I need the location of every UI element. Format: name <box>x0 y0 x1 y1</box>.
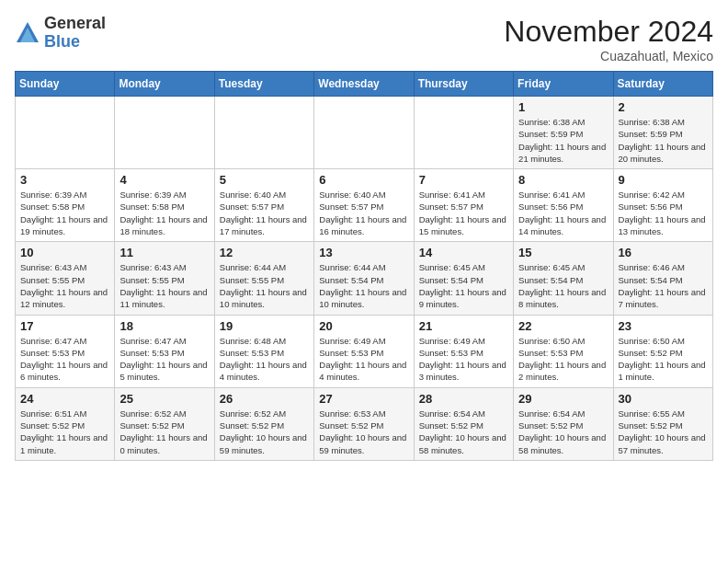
day-info: Sunrise: 6:47 AMSunset: 5:53 PMDaylight:… <box>119 335 209 384</box>
day-info: Sunrise: 6:55 AMSunset: 5:52 PMDaylight:… <box>619 408 708 456</box>
weekday-header-friday: Friday <box>514 72 613 97</box>
day-number: 22 <box>518 319 608 333</box>
calendar-cell: 3Sunrise: 6:39 AMSunset: 5:58 PMDaylight… <box>16 169 115 242</box>
day-number: 12 <box>220 246 309 259</box>
logo-text: General Blue <box>44 15 106 52</box>
day-info: Sunrise: 6:39 AMSunset: 5:58 PMDaylight:… <box>20 189 109 237</box>
day-number: 24 <box>20 392 109 406</box>
day-number: 6 <box>319 173 408 187</box>
day-info: Sunrise: 6:52 AMSunset: 5:52 PMDaylight:… <box>220 408 309 456</box>
day-info: Sunrise: 6:45 AMSunset: 5:54 PMDaylight:… <box>518 261 608 310</box>
day-info: Sunrise: 6:40 AMSunset: 5:57 PMDaylight:… <box>319 189 408 237</box>
week-row-2: 3Sunrise: 6:39 AMSunset: 5:58 PMDaylight… <box>16 169 713 242</box>
day-info: Sunrise: 6:45 AMSunset: 5:54 PMDaylight:… <box>419 261 508 310</box>
calendar-cell <box>414 97 513 169</box>
week-row-4: 17Sunrise: 6:47 AMSunset: 5:53 PMDayligh… <box>16 315 713 387</box>
calendar-cell <box>115 97 214 169</box>
weekday-header-saturday: Saturday <box>613 72 712 97</box>
calendar-cell: 28Sunrise: 6:54 AMSunset: 5:52 PMDayligh… <box>414 387 513 460</box>
calendar-cell: 13Sunrise: 6:44 AMSunset: 5:54 PMDayligh… <box>314 242 414 315</box>
calendar-cell: 24Sunrise: 6:51 AMSunset: 5:52 PMDayligh… <box>16 387 115 460</box>
day-number: 3 <box>20 173 109 187</box>
day-info: Sunrise: 6:44 AMSunset: 5:54 PMDaylight:… <box>319 261 408 310</box>
weekday-header-row: SundayMondayTuesdayWednesdayThursdayFrid… <box>16 72 713 97</box>
day-info: Sunrise: 6:53 AMSunset: 5:52 PMDaylight:… <box>319 408 408 456</box>
day-info: Sunrise: 6:40 AMSunset: 5:57 PMDaylight:… <box>220 189 309 237</box>
day-info: Sunrise: 6:41 AMSunset: 5:57 PMDaylight:… <box>419 189 508 237</box>
calendar-cell: 22Sunrise: 6:50 AMSunset: 5:53 PMDayligh… <box>514 315 613 387</box>
day-number: 23 <box>619 319 708 333</box>
calendar-cell: 20Sunrise: 6:49 AMSunset: 5:53 PMDayligh… <box>314 315 414 387</box>
month-title: November 2024 <box>504 15 713 49</box>
day-number: 26 <box>220 392 309 406</box>
calendar-cell: 18Sunrise: 6:47 AMSunset: 5:53 PMDayligh… <box>115 315 214 387</box>
calendar-cell <box>214 97 313 169</box>
day-info: Sunrise: 6:38 AMSunset: 5:59 PMDaylight:… <box>518 116 608 165</box>
calendar-cell: 30Sunrise: 6:55 AMSunset: 5:52 PMDayligh… <box>613 387 712 460</box>
calendar-cell: 19Sunrise: 6:48 AMSunset: 5:53 PMDayligh… <box>214 315 313 387</box>
day-info: Sunrise: 6:43 AMSunset: 5:55 PMDaylight:… <box>119 261 209 310</box>
calendar-cell: 1Sunrise: 6:38 AMSunset: 5:59 PMDaylight… <box>514 97 613 169</box>
weekday-header-sunday: Sunday <box>16 72 115 97</box>
day-info: Sunrise: 6:46 AMSunset: 5:54 PMDaylight:… <box>619 261 708 310</box>
calendar-cell: 2Sunrise: 6:38 AMSunset: 5:59 PMDaylight… <box>613 97 712 169</box>
day-number: 18 <box>119 319 209 333</box>
calendar-cell: 14Sunrise: 6:45 AMSunset: 5:54 PMDayligh… <box>414 242 513 315</box>
day-number: 13 <box>319 246 408 259</box>
logo-icon <box>15 20 40 46</box>
day-info: Sunrise: 6:49 AMSunset: 5:53 PMDaylight:… <box>419 335 508 384</box>
week-row-3: 10Sunrise: 6:43 AMSunset: 5:55 PMDayligh… <box>16 242 713 315</box>
day-number: 27 <box>319 392 408 406</box>
week-row-1: 1Sunrise: 6:38 AMSunset: 5:59 PMDaylight… <box>16 97 713 169</box>
weekday-header-tuesday: Tuesday <box>214 72 313 97</box>
calendar-cell: 21Sunrise: 6:49 AMSunset: 5:53 PMDayligh… <box>414 315 513 387</box>
day-number: 21 <box>419 319 508 333</box>
day-number: 5 <box>220 173 309 187</box>
day-number: 17 <box>20 319 109 333</box>
day-info: Sunrise: 6:54 AMSunset: 5:52 PMDaylight:… <box>518 408 608 456</box>
day-number: 19 <box>220 319 309 333</box>
day-number: 28 <box>419 392 508 406</box>
calendar-cell: 12Sunrise: 6:44 AMSunset: 5:55 PMDayligh… <box>214 242 313 315</box>
weekday-header-monday: Monday <box>115 72 214 97</box>
calendar-cell: 11Sunrise: 6:43 AMSunset: 5:55 PMDayligh… <box>115 242 214 315</box>
calendar-cell: 6Sunrise: 6:40 AMSunset: 5:57 PMDaylight… <box>314 169 414 242</box>
day-number: 16 <box>619 246 708 259</box>
calendar-cell <box>314 97 414 169</box>
logo: General Blue <box>15 15 106 52</box>
day-info: Sunrise: 6:49 AMSunset: 5:53 PMDaylight:… <box>319 335 408 384</box>
calendar-cell: 26Sunrise: 6:52 AMSunset: 5:52 PMDayligh… <box>214 387 313 460</box>
calendar-cell: 9Sunrise: 6:42 AMSunset: 5:56 PMDaylight… <box>613 169 712 242</box>
calendar-cell: 29Sunrise: 6:54 AMSunset: 5:52 PMDayligh… <box>514 387 613 460</box>
day-info: Sunrise: 6:54 AMSunset: 5:52 PMDaylight:… <box>419 408 508 456</box>
day-info: Sunrise: 6:52 AMSunset: 5:52 PMDaylight:… <box>119 408 209 456</box>
page-header: General Blue November 2024 Cuazahuatl, M… <box>15 15 713 63</box>
day-info: Sunrise: 6:39 AMSunset: 5:58 PMDaylight:… <box>119 189 209 237</box>
calendar-cell: 10Sunrise: 6:43 AMSunset: 5:55 PMDayligh… <box>16 242 115 315</box>
weekday-header-thursday: Thursday <box>414 72 513 97</box>
location: Cuazahuatl, Mexico <box>504 49 713 63</box>
calendar-cell: 4Sunrise: 6:39 AMSunset: 5:58 PMDaylight… <box>115 169 214 242</box>
day-info: Sunrise: 6:41 AMSunset: 5:56 PMDaylight:… <box>518 189 608 237</box>
calendar-cell: 8Sunrise: 6:41 AMSunset: 5:56 PMDaylight… <box>514 169 613 242</box>
calendar-cell: 17Sunrise: 6:47 AMSunset: 5:53 PMDayligh… <box>16 315 115 387</box>
day-number: 4 <box>119 173 209 187</box>
day-number: 30 <box>619 392 708 406</box>
day-info: Sunrise: 6:48 AMSunset: 5:53 PMDaylight:… <box>220 335 309 384</box>
day-number: 25 <box>119 392 209 406</box>
week-row-5: 24Sunrise: 6:51 AMSunset: 5:52 PMDayligh… <box>16 387 713 460</box>
day-info: Sunrise: 6:38 AMSunset: 5:59 PMDaylight:… <box>619 116 708 165</box>
day-info: Sunrise: 6:50 AMSunset: 5:52 PMDaylight:… <box>619 335 708 384</box>
day-number: 9 <box>619 173 708 187</box>
day-info: Sunrise: 6:47 AMSunset: 5:53 PMDaylight:… <box>20 335 109 384</box>
day-info: Sunrise: 6:51 AMSunset: 5:52 PMDaylight:… <box>20 408 109 456</box>
day-number: 1 <box>518 100 608 114</box>
day-number: 20 <box>319 319 408 333</box>
calendar-cell: 25Sunrise: 6:52 AMSunset: 5:52 PMDayligh… <box>115 387 214 460</box>
day-number: 7 <box>419 173 508 187</box>
calendar-table: SundayMondayTuesdayWednesdayThursdayFrid… <box>15 71 713 461</box>
day-info: Sunrise: 6:50 AMSunset: 5:53 PMDaylight:… <box>518 335 608 384</box>
calendar-cell: 7Sunrise: 6:41 AMSunset: 5:57 PMDaylight… <box>414 169 513 242</box>
calendar-cell: 27Sunrise: 6:53 AMSunset: 5:52 PMDayligh… <box>314 387 414 460</box>
day-number: 15 <box>518 246 608 259</box>
